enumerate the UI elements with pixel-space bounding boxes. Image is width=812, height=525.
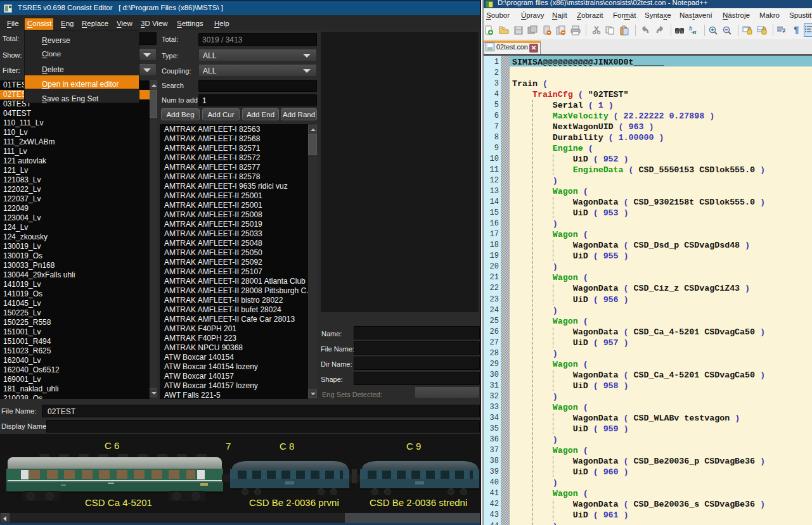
svg-text:b: b: [689, 25, 692, 32]
